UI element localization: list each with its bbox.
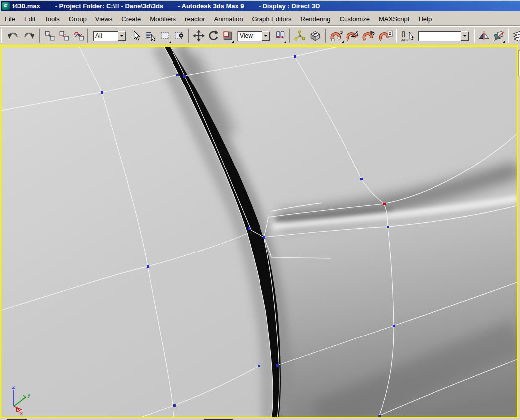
named-selection-sets-dropdown[interactable] [418, 31, 469, 41]
menu-edit[interactable]: Edit [20, 14, 40, 24]
vertex[interactable] [263, 236, 265, 239]
menu-maxscript[interactable]: MAXScript [374, 14, 414, 24]
main-toolbar: All [0, 26, 520, 45]
select-and-link-button[interactable] [42, 28, 57, 44]
rectangular-selection-region-button[interactable] [158, 28, 172, 44]
vertex[interactable] [183, 75, 186, 78]
vertex[interactable] [147, 265, 149, 268]
redo-icon [23, 30, 36, 42]
title-app-name: - Autodesk 3ds Max 9 [178, 2, 244, 10]
edit-named-selection-sets-icon: {} ABC [400, 29, 414, 42]
menu-file[interactable]: File [0, 14, 20, 24]
angle-snap-magnet-icon [346, 29, 360, 42]
select-and-scale-icon [222, 30, 233, 41]
spinner-snap-magnet-icon [379, 29, 393, 42]
named-selection-sets-dropdown-arrow[interactable] [461, 31, 469, 41]
select-and-scale-button[interactable] [220, 28, 235, 44]
bind-to-space-warp-icon [73, 30, 85, 41]
svg-text:3: 3 [340, 29, 343, 35]
layer-manager-icon [512, 29, 520, 42]
select-and-move-icon [193, 30, 205, 42]
flyout-indicator [284, 41, 286, 43]
select-object-button[interactable] [129, 28, 143, 44]
bind-to-space-warp-button[interactable] [71, 28, 86, 44]
select-and-rotate-icon [207, 30, 219, 42]
logo-swirl [3, 3, 9, 9]
menu-customize[interactable]: Customize [335, 14, 374, 24]
menu-rendering[interactable]: Rendering [296, 14, 335, 24]
menu-tools[interactable]: Tools [40, 14, 64, 24]
coordinate-system-dropdown-arrow[interactable] [262, 31, 270, 41]
toolbar-separator [325, 29, 326, 43]
menu-reactor[interactable]: reactor [180, 14, 209, 24]
title-project-folder: - Project Folder: C:\!! - Dane\3d\3ds [55, 2, 163, 10]
named-selection-sets-value [418, 31, 461, 41]
vertex[interactable] [101, 91, 103, 94]
svg-text:ABC: ABC [401, 38, 410, 42]
title-filename: f430.max [12, 2, 40, 10]
vertex[interactable] [258, 365, 260, 367]
vertex[interactable] [176, 74, 179, 76]
rectangular-selection-region-icon [160, 30, 171, 41]
select-and-manipulate-icon [294, 30, 306, 42]
menu-views[interactable]: Views [91, 14, 117, 24]
select-and-manipulate-button[interactable] [292, 28, 307, 44]
vertex[interactable] [360, 178, 363, 180]
vertex[interactable] [393, 325, 395, 327]
vertex[interactable] [173, 404, 176, 407]
unlink-selection-button[interactable] [57, 28, 71, 44]
menu-graph-editors[interactable]: Graph Editors [247, 14, 296, 24]
menu-help[interactable]: Help [414, 14, 436, 24]
select-and-link-icon [44, 30, 55, 41]
title-bar[interactable]: f430.max - Project Folder: C:\!! - Dane\… [0, 0, 520, 11]
angle-snap-toggle-button[interactable] [345, 28, 361, 44]
selection-filter-dropdown-arrow[interactable] [118, 31, 126, 41]
flyout-indicator [232, 41, 234, 43]
window-crossing-toggle-button[interactable] [172, 28, 186, 44]
spinner-snap-toggle-button[interactable] [377, 28, 394, 44]
3ds-max-logo-icon [2, 2, 10, 10]
toolbar-separator [474, 29, 475, 43]
snaps-toggle-button[interactable]: 3 [328, 28, 345, 44]
keyboard-shortcut-override-icon [309, 30, 322, 42]
unlink-selection-icon [59, 30, 70, 41]
undo-icon [6, 30, 19, 42]
vertex[interactable] [248, 227, 250, 230]
3ds-max-window: f430.max - Project Folder: C:\!! - Dane\… [0, 0, 520, 420]
align-button[interactable] [491, 28, 506, 44]
menu-create[interactable]: Create [117, 14, 145, 24]
toolbar-separator [289, 29, 290, 43]
flyout-indicator [342, 41, 344, 43]
menu-group[interactable]: Group [64, 14, 91, 24]
toolbar-separator [87, 29, 88, 43]
select-by-name-button[interactable] [143, 28, 158, 44]
vertex[interactable] [294, 55, 296, 58]
redo-button[interactable] [21, 28, 37, 44]
vertex[interactable] [276, 364, 279, 367]
edit-named-selection-sets-button[interactable]: {} ABC [399, 28, 415, 44]
selected-vertex[interactable] [383, 203, 386, 205]
percent-snap-magnet-icon: % [362, 29, 376, 42]
select-and-move-button[interactable] [191, 28, 206, 44]
selection-filter-dropdown[interactable]: All [93, 31, 126, 41]
flyout-indicator [169, 41, 171, 43]
select-and-rotate-button[interactable] [206, 28, 220, 44]
use-pivot-point-center-button[interactable] [273, 28, 287, 44]
vertex[interactable] [378, 415, 381, 417]
flyout-indicator [503, 41, 505, 43]
vertex[interactable] [387, 226, 389, 228]
bottom-edge-strip [0, 418, 520, 420]
mirror-button[interactable] [477, 28, 491, 44]
keyboard-shortcut-override-button[interactable] [307, 28, 323, 44]
title-display-driver: - Display : Direct 3D [259, 2, 320, 10]
undo-button[interactable] [4, 28, 21, 44]
layer-manager-button[interactable] [511, 28, 520, 44]
percent-snap-toggle-button[interactable]: % [361, 28, 377, 44]
svg-text:%: % [370, 30, 375, 36]
menu-animation[interactable]: Animation [210, 14, 248, 24]
reference-coordinate-system-dropdown[interactable]: View [237, 31, 270, 41]
menu-modifiers[interactable]: Modifiers [145, 14, 180, 24]
toolbar-drag-handle[interactable] [1, 29, 2, 43]
align-icon [493, 30, 505, 41]
perspective-viewport[interactable]: z y x [0, 45, 518, 418]
